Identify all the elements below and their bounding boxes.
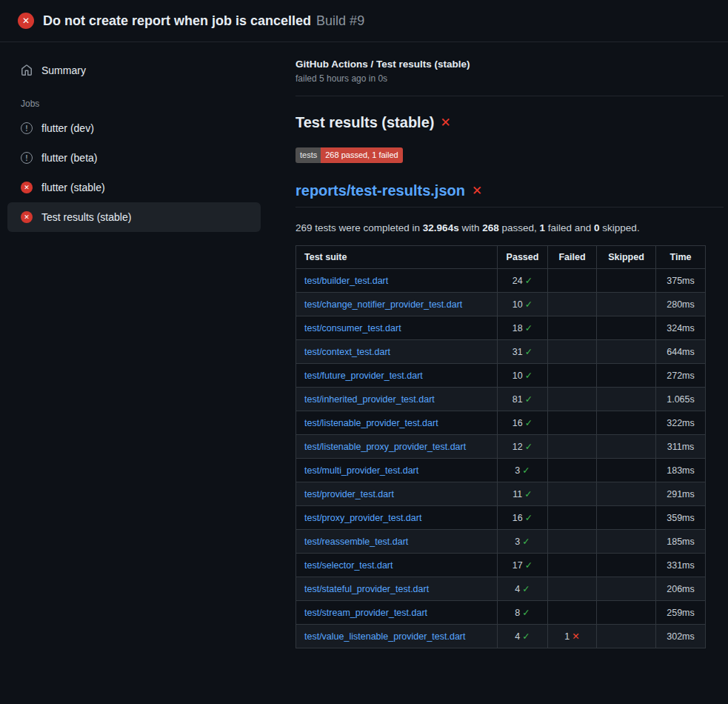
passed-cell-value: 16 <box>512 418 523 428</box>
time-cell: 331ms <box>656 554 706 577</box>
sidebar-item-summary[interactable]: Summary <box>0 59 295 82</box>
check-icon: ✓ <box>522 465 530 476</box>
passed-cell-value: 81 <box>512 394 523 405</box>
suite-cell: test/reassemble_test.dart <box>296 530 498 554</box>
badge-value: 268 passed, 1 failed <box>321 147 402 163</box>
check-icon: ✓ <box>522 631 530 642</box>
job-label: flutter (stable) <box>41 182 105 193</box>
report-file-link[interactable]: reports/test-results.json <box>295 182 465 199</box>
test-suite-link[interactable]: test/builder_test.dart <box>304 276 388 286</box>
time-cell: 322ms <box>656 411 706 435</box>
test-suite-link[interactable]: test/stream_provider_test.dart <box>304 608 427 618</box>
sidebar-item-flutter-beta[interactable]: !flutter (beta) <box>7 143 261 173</box>
test-suite-link[interactable]: test/reassemble_test.dart <box>304 537 408 547</box>
test-suite-link[interactable]: test/multi_provider_test.dart <box>304 465 418 476</box>
failed-cell <box>548 459 597 482</box>
column-header-time: Time <box>656 246 706 269</box>
passed-cell-value: 17 <box>512 560 523 571</box>
skipped-cell <box>597 577 656 601</box>
check-icon: ✓ <box>525 347 532 357</box>
check-icon: ✓ <box>525 442 532 452</box>
summary-skipped-count: 0 <box>594 222 600 233</box>
failed-cell-value: 1 <box>564 631 570 642</box>
time-cell: 375ms <box>656 269 706 293</box>
sidebar-item-test-results-stable[interactable]: ✕Test results (stable) <box>7 202 261 232</box>
suite-cell: test/proxy_provider_test.dart <box>296 506 498 530</box>
divider <box>295 96 724 96</box>
failed-cell <box>548 364 597 388</box>
suite-cell: test/context_test.dart <box>296 340 498 364</box>
x-circle-icon: ✕ <box>21 182 33 193</box>
check-icon: ✓ <box>525 371 532 381</box>
test-suite-link[interactable]: test/context_test.dart <box>304 347 390 357</box>
check-icon: ✓ <box>522 608 530 618</box>
column-header-passed: Passed <box>498 246 548 269</box>
table-row: test/builder_test.dart24✓375ms <box>296 269 706 293</box>
column-header-test-suite: Test suite <box>296 246 498 269</box>
passed-cell: 12✓ <box>498 435 548 459</box>
failed-cell <box>548 577 597 601</box>
test-suite-link[interactable]: test/listenable_provider_test.dart <box>304 418 438 428</box>
time-cell: 185ms <box>656 530 706 554</box>
passed-cell-value: 10 <box>512 371 523 381</box>
passed-cell: 11✓ <box>498 482 548 506</box>
passed-cell-value: 16 <box>512 513 523 523</box>
table-row: test/consumer_test.dart18✓324ms <box>296 316 706 340</box>
sidebar: Summary Jobs !flutter (dev)!flutter (bet… <box>0 42 295 232</box>
suite-cell: test/listenable_provider_test.dart <box>296 411 498 435</box>
failed-cell <box>548 530 597 554</box>
suite-cell: test/listenable_proxy_provider_test.dart <box>296 435 498 459</box>
table-row: test/stream_provider_test.dart8✓259ms <box>296 601 706 625</box>
passed-cell-value: 8 <box>515 608 520 618</box>
failed-x-icon: ✕ <box>440 115 450 130</box>
sidebar-item-flutter-stable[interactable]: ✕flutter (stable) <box>7 173 261 202</box>
page-title: Do not create report when job is cancell… <box>43 13 311 29</box>
passed-cell: 16✓ <box>498 506 548 530</box>
test-suite-link[interactable]: test/change_notifier_provider_test.dart <box>304 299 462 310</box>
check-icon: ✓ <box>522 584 530 594</box>
test-suite-link[interactable]: test/value_listenable_provider_test.dart <box>304 631 466 642</box>
summary-duration: 32.964s <box>423 222 459 233</box>
test-suite-link[interactable]: test/provider_test.dart <box>304 489 394 499</box>
test-suite-link[interactable]: test/future_provider_test.dart <box>304 371 423 381</box>
test-suite-link[interactable]: test/listenable_proxy_provider_test.dart <box>304 442 466 452</box>
sidebar-item-flutter-dev[interactable]: !flutter (dev) <box>7 113 261 143</box>
test-suite-link[interactable]: test/selector_test.dart <box>304 560 393 571</box>
time-cell: 183ms <box>656 459 706 482</box>
check-icon: ✓ <box>524 489 532 499</box>
passed-cell-value: 10 <box>512 299 523 310</box>
neutral-circle-icon: ! <box>21 122 33 134</box>
time-cell: 311ms <box>656 435 706 459</box>
passed-cell-value: 11 <box>512 489 522 499</box>
check-run-page: ✕ Do not create report when job is cance… <box>0 0 728 648</box>
suite-cell: test/change_notifier_provider_test.dart <box>296 293 498 316</box>
failed-cell <box>548 316 597 340</box>
time-cell: 206ms <box>656 577 706 601</box>
test-suite-link[interactable]: test/inherited_provider_test.dart <box>304 394 435 405</box>
passed-cell: 4✓ <box>498 577 548 601</box>
passed-cell: 3✓ <box>498 530 548 554</box>
failed-cell <box>548 506 597 530</box>
summary-passed-count: 268 <box>482 222 499 233</box>
test-suite-link[interactable]: test/stateful_provider_test.dart <box>304 584 429 594</box>
test-suite-link[interactable]: test/consumer_test.dart <box>304 323 401 333</box>
skipped-cell <box>597 340 656 364</box>
test-suite-link[interactable]: test/proxy_provider_test.dart <box>304 513 421 523</box>
failed-cell <box>548 340 597 364</box>
skipped-cell <box>597 435 656 459</box>
skipped-cell <box>597 411 656 435</box>
failed-cell <box>548 435 597 459</box>
time-cell: 280ms <box>656 293 706 316</box>
table-row: test/stateful_provider_test.dart4✓206ms <box>296 577 706 601</box>
build-number: Build #9 <box>316 13 364 29</box>
suite-cell: test/consumer_test.dart <box>296 316 498 340</box>
passed-cell-value: 12 <box>512 442 523 452</box>
table-row: test/inherited_provider_test.dart81✓1.06… <box>296 388 706 411</box>
check-icon: ✓ <box>525 299 532 310</box>
table-row: test/future_provider_test.dart10✓272ms <box>296 364 706 388</box>
skipped-cell <box>597 388 656 411</box>
check-icon: ✓ <box>525 394 532 405</box>
passed-cell: 3✓ <box>498 459 548 482</box>
section-title: Test results (stable) ✕ <box>295 114 724 131</box>
time-cell: 302ms <box>656 625 706 648</box>
